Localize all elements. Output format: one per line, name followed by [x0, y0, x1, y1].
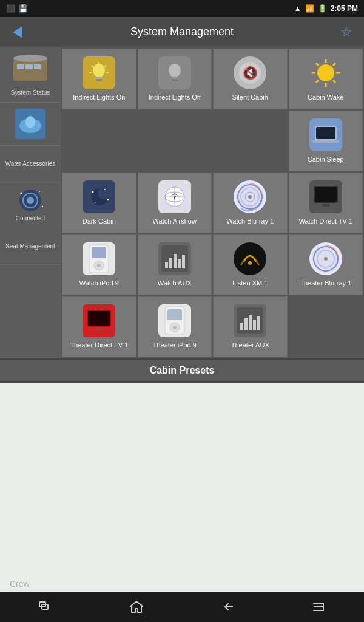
nav-menu-button[interactable] [303, 598, 334, 616]
aux-svg [161, 245, 188, 272]
svg-line-35 [333, 63, 335, 66]
theater-ipod-label: Theater iPod 9 [153, 341, 197, 349]
xm-svg [235, 244, 265, 274]
status-left-icons: ⬛ 💾 [6, 4, 28, 13]
svg-line-19 [92, 66, 93, 67]
theater-direct-label: Theater Direct TV 1 [70, 341, 128, 349]
status-bar: ⬛ 💾 ▲ 📶 🔋 2:05 PM [0, 0, 364, 17]
svg-point-12 [39, 191, 40, 192]
listen-xm-label: Listen XM 1 [232, 279, 268, 287]
grid-cell-watch-ipod[interactable]: Watch iPod 9 [62, 234, 136, 295]
svg-point-54 [248, 195, 252, 199]
svg-rect-1 [17, 64, 24, 69]
svg-rect-86 [244, 318, 248, 330]
svg-rect-15 [96, 77, 101, 79]
svg-rect-64 [165, 262, 168, 268]
svg-rect-2 [25, 64, 33, 69]
svg-marker-92 [130, 601, 143, 612]
silent-label: Silent Cabin [232, 93, 268, 101]
title-bar: System Management ☆ [0, 17, 364, 47]
nav-back-button[interactable] [212, 598, 243, 616]
svg-rect-23 [172, 77, 177, 79]
listen-xm-icon [234, 242, 266, 275]
svg-rect-60 [92, 247, 106, 258]
grid-cell-theater-ipod[interactable]: Theater iPod 9 [138, 296, 212, 357]
grid-cell-indirect-on[interactable]: Indirect Lights On [62, 49, 136, 109]
indirect-on-icon [83, 56, 115, 89]
svg-point-13 [42, 206, 43, 207]
svg-rect-85 [240, 323, 243, 330]
svg-point-10 [27, 197, 34, 204]
svg-point-41 [92, 191, 94, 193]
svg-point-62 [97, 264, 101, 267]
connected-label: Connected [16, 215, 45, 222]
status-right-icons: ▲ 📶 🔋 2:05 PM [294, 4, 358, 13]
recents-icon [38, 601, 53, 613]
home-icon [129, 600, 144, 614]
nav-home-button[interactable] [121, 598, 152, 616]
sidebar-item-connected[interactable]: Connected [0, 182, 61, 228]
grid-cell-indirect-off[interactable]: Indirect Lights Off [138, 49, 212, 109]
laptop-svg [312, 123, 339, 146]
grid-cell-cabin-wake[interactable]: Cabin Wake [289, 49, 363, 109]
theater-bluray-icon [309, 242, 342, 275]
grid-cell-cabin-sleep[interactable]: Cabin Sleep [289, 111, 363, 171]
svg-rect-57 [322, 204, 329, 207]
svg-point-74 [324, 257, 328, 261]
cabin-wake-label: Cabin Wake [308, 93, 344, 101]
svg-point-44 [95, 202, 96, 203]
grid-cell-silent[interactable]: 🔇 Silent Cabin [213, 49, 288, 109]
grid-cell-watch-airshow[interactable]: Watch Airshow [138, 173, 212, 233]
sidebar-cabin-label: System Status [11, 89, 50, 96]
cabin-wake-icon [309, 56, 342, 89]
grid-area: System Status Water Accessories [0, 47, 364, 358]
theater-aux-icon [234, 304, 266, 337]
sidebar-item-seats[interactable]: Seat Management [0, 228, 61, 265]
grid-cell-listen-xm[interactable]: Listen XM 1 [213, 234, 288, 295]
grid-cell-theater-aux[interactable]: Theater AUX [213, 296, 288, 357]
indirect-off-label: Indirect Lights Off [149, 93, 201, 101]
time-display: 2:05 PM [331, 4, 358, 13]
grid-cell-dark-cabin[interactable]: Dark Cabin [62, 173, 136, 233]
nav-recents-button[interactable] [30, 598, 61, 616]
theater-ipod-icon [158, 304, 191, 337]
grid-cell-theater-direct[interactable]: Theater Direct TV 1 [62, 296, 136, 357]
svg-rect-88 [253, 320, 256, 330]
dark-cabin-icon [83, 180, 115, 213]
sidebar-item-accessories[interactable]: Water Accessories [0, 146, 61, 182]
cabin-thumbnail-icon [12, 53, 49, 87]
presets-bar[interactable]: Cabin Presets [0, 358, 364, 383]
favorite-button[interactable]: ☆ [337, 23, 356, 41]
back-button[interactable] [8, 23, 27, 41]
watch-airshow-label: Watch Airshow [153, 217, 197, 225]
watch-direct-label: Watch Direct TV 1 [298, 217, 352, 225]
theater-ipod-svg [164, 306, 186, 336]
wifi-icon: ▲ [294, 4, 302, 13]
grid-cell-watch-direct[interactable]: Watch Direct TV 1 [289, 173, 363, 233]
watch-aux-label: Watch AUX [158, 279, 192, 287]
svg-rect-38 [312, 140, 339, 143]
svg-point-69 [236, 245, 264, 273]
indirect-off-icon [158, 56, 191, 89]
svg-point-4 [13, 55, 47, 62]
grid-cell-watch-bluray[interactable]: Watch Blu-ray 1 [213, 173, 288, 233]
theater-aux-svg [237, 307, 263, 334]
watch-direct-icon [309, 180, 342, 213]
cabin-sleep-label: Cabin Sleep [308, 155, 344, 163]
svg-rect-58 [318, 207, 333, 208]
battery-icon: 🔋 [318, 4, 327, 13]
grid-cell-theater-bluray[interactable]: Theater Blu-ray 1 [289, 234, 363, 295]
grid-cell-watch-aux[interactable]: Watch AUX [138, 234, 212, 295]
sidebar-item-cabin[interactable]: System Status [0, 47, 61, 103]
svg-rect-79 [95, 328, 103, 330]
svg-point-42 [104, 189, 106, 190]
main-wrapper: System Status Water Accessories [0, 47, 364, 622]
watch-airshow-icon [158, 180, 191, 213]
bluray-disc-svg [235, 182, 265, 212]
watch-aux-icon [158, 242, 191, 275]
connected-thumbnail-icon [15, 188, 46, 213]
moon-svg [87, 185, 111, 209]
seats-label: Seat Management [5, 243, 55, 250]
svg-point-14 [93, 64, 105, 77]
sidebar-item-water[interactable] [0, 103, 61, 146]
